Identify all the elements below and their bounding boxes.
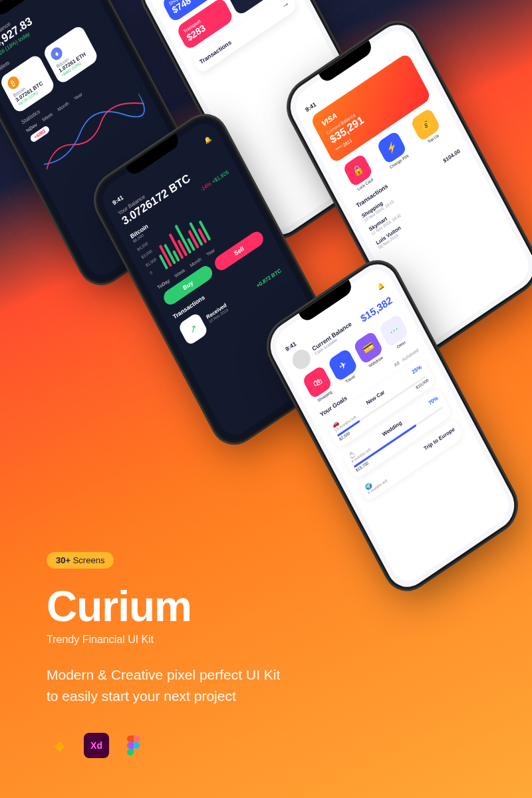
sketch-icon: ◆ xyxy=(47,733,72,758)
product-description: Modern & Creative pixel perfect UI Kit t… xyxy=(47,664,280,706)
screens-badge: 30+ Screens xyxy=(47,552,114,569)
figma-icon xyxy=(121,733,146,758)
action-other[interactable]: ⋯Other xyxy=(378,313,413,353)
status-time: 9:41 xyxy=(111,194,124,207)
arrow-right-icon: → xyxy=(280,0,291,11)
avatar[interactable] xyxy=(289,346,313,372)
bell-icon[interactable]: 🔔 xyxy=(203,135,212,145)
status-time: 9:41 xyxy=(284,340,297,353)
received-icon: ↗ xyxy=(178,312,209,346)
product-subtitle: Trendy Financial UI Kit xyxy=(47,634,280,646)
product-title: Curium xyxy=(47,582,280,631)
svg-point-0 xyxy=(133,742,140,749)
hero-section: 30+ Screens Curium Trendy Financial UI K… xyxy=(47,552,280,758)
xd-icon: Xd xyxy=(84,733,109,758)
tx-amount: +0.872 BTC xyxy=(255,267,282,289)
bell-icon[interactable]: 🔔 xyxy=(376,281,385,291)
